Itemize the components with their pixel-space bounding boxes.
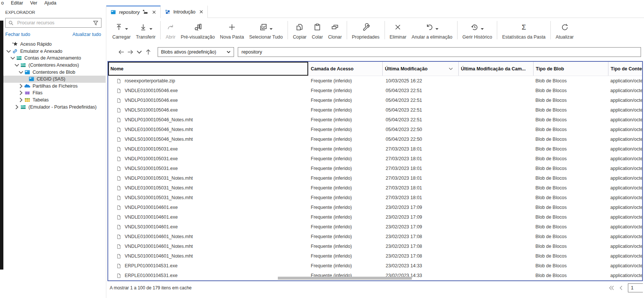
filter-funnel-icon[interactable] xyxy=(93,20,98,26)
search-icon xyxy=(8,20,14,26)
tree-item-contentores-de-blob[interactable]: Contentores de Blob xyxy=(3,69,106,76)
tree-item-partilhas-de-ficheiros[interactable]: Partilhas de Ficheiros xyxy=(3,83,106,90)
table-row[interactable]: VNDLS01000105031.exeFrequente (inferido)… xyxy=(108,164,642,173)
toolbar-button-selecionar-tudo[interactable]: Selecionar Tudo xyxy=(247,18,286,43)
chevron-down-icon[interactable] xyxy=(13,63,20,67)
table-row[interactable]: VNDLS01000105031_Notes.mhtFrequente (inf… xyxy=(108,193,642,203)
toolbar-button-copiar[interactable]: Copiar xyxy=(290,18,309,43)
table-row[interactable]: VNDLE01000105031_Notes.mhtFrequente (inf… xyxy=(108,183,642,193)
table-row[interactable]: VNDLS01000104601.exeFrequente (inferido)… xyxy=(108,222,642,232)
toolbar-button-anular-a-elimina-o[interactable]: Anular a eliminação xyxy=(409,18,455,43)
copy-icon xyxy=(296,23,304,31)
column-header-tipo-de-blob[interactable]: Tipo de Blob xyxy=(534,62,608,76)
tree-item-acesso-r-pido[interactable]: Acesso Rápido xyxy=(3,41,106,48)
toolbar-button-carregar[interactable]: Carregar xyxy=(110,18,133,43)
chevron-right-icon[interactable] xyxy=(13,105,20,109)
blob-name: roseexporterportable.zip xyxy=(125,78,175,83)
chevron-right-icon[interactable] xyxy=(18,91,24,95)
toolbar-button-colar[interactable]: Colar xyxy=(309,18,326,43)
tree-item-filas[interactable]: Filas xyxy=(3,89,106,97)
menubar: oEditarVerAjuda xyxy=(0,0,644,6)
tab-introdu-o[interactable]: Introdução xyxy=(161,6,208,18)
column-header-ltima-modifica-o[interactable]: Última Modificação xyxy=(383,62,459,76)
menu-item-editar[interactable]: Editar xyxy=(11,0,23,6)
column-header-camada-de-acesso[interactable]: Camada de Acesso xyxy=(309,62,383,76)
table-row[interactable]: VNDLP01000105031.exeFrequente (inferido)… xyxy=(108,154,642,164)
dropdown-caret-icon[interactable] xyxy=(125,28,128,30)
cell-last-modified: 27/03/2023 18:01 xyxy=(383,185,459,191)
toolbar-button-label: Carregar xyxy=(112,34,131,40)
refresh-all-link[interactable]: Atualizar tudo xyxy=(73,32,101,37)
menu-item-o[interactable]: o xyxy=(1,0,4,6)
toolbar-button-transferir[interactable]: Transferir xyxy=(133,18,158,43)
first-page-icon[interactable] xyxy=(608,285,614,291)
menu-item-ver[interactable]: Ver xyxy=(30,0,37,6)
search-input[interactable] xyxy=(16,20,90,26)
toolbar-button-propriedades[interactable]: Propriedades xyxy=(349,18,382,43)
tree-item-contentores-anexados[interactable]: (Contentores Anexados) xyxy=(3,62,106,69)
horizontal-scrollbar[interactable] xyxy=(278,277,412,280)
tree-item-contas-de-armazenamento[interactable]: Contas de Armazenamento xyxy=(3,55,106,62)
table-row[interactable]: VNDLP01000105046.exeFrequente (inferido)… xyxy=(108,95,642,105)
toolbar-button-abrir[interactable]: Abrir xyxy=(163,18,178,43)
path-input[interactable] xyxy=(238,47,641,57)
tree-item-emulator-e-anexado[interactable]: Emulator e Anexado xyxy=(3,48,106,55)
dropdown-caret-icon[interactable] xyxy=(270,28,273,30)
close-icon[interactable] xyxy=(152,10,156,14)
chevron-down-icon[interactable] xyxy=(136,48,143,56)
blob-state-dropdown[interactable]: Blobs ativos (predefinição) xyxy=(158,47,234,57)
back-icon[interactable] xyxy=(118,48,125,56)
column-header-tipo-de-conte-do[interactable]: Tipo de Conteúdo xyxy=(608,62,643,76)
column-header-ltima-modifica-o-da-cam[interactable]: Última Modificação da Cam... xyxy=(459,62,534,76)
cell-last-modified: 05/04/2023 22:51 xyxy=(383,88,459,93)
chevron-right-icon[interactable] xyxy=(18,98,24,102)
dropdown-caret-icon[interactable] xyxy=(149,28,152,30)
forward-icon[interactable] xyxy=(127,48,134,56)
table-row[interactable]: VNDLS01000104601_Notes.mhtFrequente (inf… xyxy=(108,251,642,261)
toolbar-button-eliminar[interactable]: Eliminar xyxy=(387,18,409,43)
previous-page-icon[interactable] xyxy=(618,285,624,291)
resource-search-box[interactable] xyxy=(5,18,101,28)
statusbar: A mostrar 1 a 100 de 179 itens em cache xyxy=(107,281,643,295)
chevron-down-icon[interactable] xyxy=(5,49,12,54)
toolbar-button-nova-pasta[interactable]: Nova Pasta xyxy=(218,18,247,43)
table-row[interactable]: VNDLP01000105031_Notes.mhtFrequente (inf… xyxy=(108,173,642,183)
table-row[interactable]: VNDLP01000104601.exeFrequente (inferido)… xyxy=(108,203,642,212)
chevron-down-icon[interactable] xyxy=(9,56,16,60)
cell-access-tier: Frequente (inferido) xyxy=(309,107,383,113)
table-row[interactable]: VNDLE01000104601.exeFrequente (inferido)… xyxy=(108,212,642,222)
menu-item-ajuda[interactable]: Ajuda xyxy=(44,0,56,6)
cell-content-type: application/octet-stream xyxy=(608,234,643,239)
toolbar-button-pr-visualiza-o[interactable]: Pré-visualização xyxy=(178,18,218,43)
tree-item-cegid-sas[interactable]: CEGID (SAS) xyxy=(3,76,106,83)
column-header-nome[interactable]: Nome xyxy=(108,62,309,76)
dropdown-caret-icon[interactable] xyxy=(481,28,484,30)
tree-item-tabelas[interactable]: Tabelas xyxy=(3,97,106,104)
toolbar-button-clonar[interactable]: Clonar xyxy=(325,18,344,43)
table-row[interactable]: VNDLS01000105046.exeFrequente (inferido)… xyxy=(108,105,642,115)
table-row[interactable]: ERPLP01000104531.exeFrequente (inferido)… xyxy=(108,261,642,271)
tab-repository[interactable]: repository xyxy=(106,6,161,18)
cell-last-modified: 27/03/2023 18:01 xyxy=(383,176,459,181)
table-row[interactable]: VNDLE01000105031.exeFrequente (inferido)… xyxy=(108,144,642,154)
table-row[interactable]: VNDLS01000105046_Notes.mhtFrequente (inf… xyxy=(108,134,642,144)
up-icon[interactable] xyxy=(145,48,152,56)
close-icon[interactable] xyxy=(199,10,203,14)
column-header-label: Camada de Acesso xyxy=(311,66,353,72)
table-row[interactable]: VNDLP01000104601_Notes.mhtFrequente (inf… xyxy=(108,241,642,251)
toolbar-button-atualizar[interactable]: Atualizar xyxy=(553,18,576,43)
page-number-input[interactable] xyxy=(628,283,643,292)
dropdown-caret-icon[interactable] xyxy=(435,28,438,30)
delete-icon xyxy=(394,23,402,31)
toolbar-button-gerir-hist-rico[interactable]: Gerir Histórico xyxy=(460,18,495,43)
chevron-right-icon[interactable] xyxy=(18,84,24,88)
table-row[interactable]: roseexporterportable.zipFrequente (infer… xyxy=(108,76,642,86)
collapse-all-link[interactable]: Fechar tudo xyxy=(5,32,30,37)
table-row[interactable]: VNDLE01000105046_Notes.mhtFrequente (inf… xyxy=(108,125,642,134)
table-row[interactable]: VNDLP01000105046_Notes.mhtFrequente (inf… xyxy=(108,115,642,125)
chevron-down-icon[interactable] xyxy=(18,70,24,74)
tree-item-emulador-portas-predefinidas[interactable]: (Emulador - Portas Predefinidas) xyxy=(3,103,106,110)
table-row[interactable]: VNDLE01000104601_Notes.mhtFrequente (inf… xyxy=(108,232,642,241)
table-row[interactable]: VNDLE01000105046.exeFrequente (inferido)… xyxy=(108,86,642,95)
toolbar-button-estat-sticas-da-pasta[interactable]: ΣEstatísticas da Pasta xyxy=(499,18,548,43)
